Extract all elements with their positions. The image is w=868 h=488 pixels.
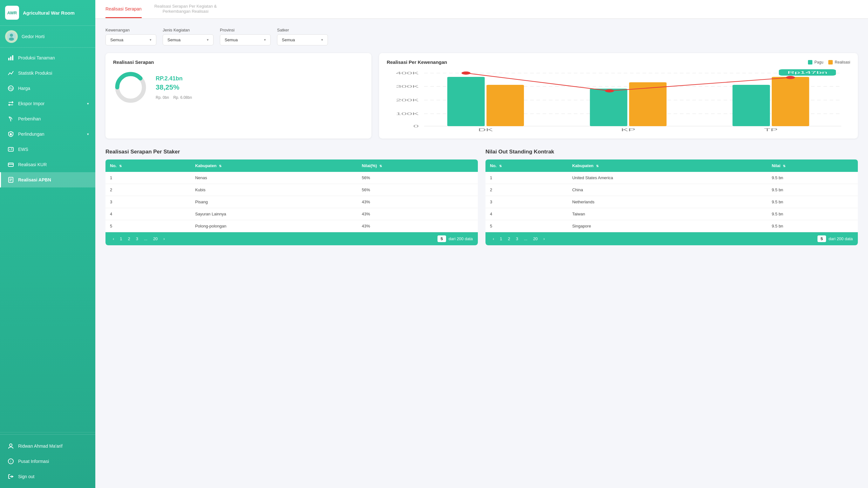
chevron-down-icon: ▾: [264, 38, 266, 42]
app-logo: AWR: [5, 6, 19, 20]
cell-kabupaten: Pisang: [191, 196, 358, 208]
table-row: 5 Singapore 9.5 bn: [486, 220, 858, 232]
filter-label-0: Kewenangan: [105, 28, 156, 32]
donut-labels: RP.2.41bn 38,25% Rp. 0bn Rp. 6.08bn: [156, 75, 192, 100]
sidebar-item-harga[interactable]: Rp Harga: [0, 81, 95, 96]
sidebar-item-label: EWS: [18, 147, 89, 152]
sidebar-item-ekspor[interactable]: Ekspor Impor ▾: [0, 96, 95, 111]
kontrak-col-kabupaten[interactable]: Kabupaten ⇅: [568, 159, 767, 172]
svg-text:0: 0: [413, 124, 419, 128]
price-icon: Rp: [7, 85, 14, 92]
cell-kabupaten: Kubis: [191, 184, 358, 196]
kontrak-prev-btn[interactable]: ‹: [491, 236, 496, 242]
chevron-down-icon: ▾: [207, 38, 209, 42]
sidebar-nav: Produksi Tanaman Statistik Produksi Rp H…: [0, 48, 95, 430]
svg-rect-36: [487, 85, 524, 126]
sidebar-item-info[interactable]: i Pusat Informasi: [0, 454, 95, 469]
tab-perkembangan[interactable]: Realisasi Serapan Per Kegiatan & Perkemb…: [154, 0, 217, 19]
sidebar-item-perlindungan[interactable]: Perlindungan ▾: [0, 126, 95, 142]
svg-rect-13: [8, 163, 13, 166]
donut-pct: 38,25%: [156, 83, 192, 92]
table-row: 1 Nenas 56%: [105, 172, 478, 184]
svg-text:i: i: [10, 459, 11, 463]
svg-rect-10: [8, 147, 13, 151]
apbn-icon: [7, 176, 14, 183]
user-icon: [7, 443, 14, 450]
cell-no: 3: [105, 196, 191, 208]
staker-pages[interactable]: ‹ 1 2 3 ... 20 ›: [111, 236, 167, 242]
table-row: 2 Kubis 56%: [105, 184, 478, 196]
svg-text:400K: 400K: [396, 71, 419, 75]
staker-col-kabupaten[interactable]: Kabupaten ⇅: [191, 159, 358, 172]
bar-chart-area: 400K 300K 200K 100K 0: [387, 69, 850, 132]
filter-value-3: Semua: [282, 37, 295, 42]
kontrak-next-btn[interactable]: ›: [541, 236, 547, 242]
sidebar-item-realisasi-kur[interactable]: Realisasi KUR: [0, 157, 95, 172]
svg-point-44: [462, 71, 470, 75]
svg-rect-5: [12, 55, 13, 60]
filter-select-1[interactable]: Semua ▾: [163, 34, 214, 45]
sidebar-item-label: Harga: [18, 86, 89, 91]
chevron-down-icon: ▾: [87, 132, 89, 136]
sidebar-item-label: Pusat Informasi: [18, 459, 89, 464]
staker-col-no[interactable]: No. ⇅: [105, 159, 191, 172]
sidebar-item-label: Realisasi APBN: [18, 177, 89, 182]
kontrak-title: Nilai Out Standing Kontrak: [486, 149, 858, 155]
table-row: 2 China 9.5 bn: [486, 184, 858, 196]
staker-page-size-value[interactable]: 5: [437, 236, 446, 242]
kontrak-pages[interactable]: ‹ 1 2 3 ... 20 ›: [491, 236, 547, 242]
sidebar-bottom: Ridwan Ahmad Ma'arif i Pusat Informasi S…: [0, 434, 95, 488]
svg-text:KP: KP: [621, 128, 636, 132]
sidebar-item-realisasi-apbn[interactable]: Realisasi APBN: [0, 172, 95, 187]
svg-rect-35: [447, 77, 485, 126]
staker-total: dari 200 data: [448, 236, 473, 241]
tab-realisasi-serapan[interactable]: Realisasi Serapan: [105, 1, 142, 18]
svg-point-19: [9, 444, 12, 447]
filter-group-2: Provinsi Semua ▾: [220, 28, 271, 45]
sidebar: AWR Agricultural War Room Gedor Horti Pr…: [0, 0, 95, 488]
signout-icon: [7, 473, 14, 480]
cell-no: 3: [486, 196, 568, 208]
realisasi-kewenangan-card: Realisasi Per Kewenangan Pagu Realisasi: [379, 53, 858, 139]
filter-select-3[interactable]: Semua ▾: [277, 34, 328, 45]
staker-pagination: ‹ 1 2 3 ... 20 › 5 dari 200 data: [105, 232, 478, 245]
kontrak-total: dari 200 data: [829, 236, 853, 241]
cell-nilai: 9.5 bn: [767, 208, 858, 220]
sidebar-item-ews[interactable]: EWS: [0, 142, 95, 157]
cell-no: 2: [486, 184, 568, 196]
sidebar-item-produksi[interactable]: Produksi Tanaman: [0, 50, 95, 65]
kontrak-table-wrapper: No. ⇅ Kabupaten ⇅ Nilai ⇅ 1 United State…: [486, 159, 858, 245]
avatar: [5, 30, 18, 43]
filter-select-0[interactable]: Semua ▾: [105, 34, 156, 45]
staker-col-nilai[interactable]: Nilai(%) ⇅: [358, 159, 478, 172]
svg-text:Rp: Rp: [9, 87, 13, 90]
cell-kabupaten: China: [568, 184, 767, 196]
sidebar-item-label: Ekspor Impor: [18, 101, 83, 106]
table-row: 5 Polong-polongan 43%: [105, 220, 478, 232]
kontrak-col-no[interactable]: No. ⇅: [486, 159, 568, 172]
kontrak-col-nilai[interactable]: Nilai ⇅: [767, 159, 858, 172]
sidebar-item-user-info[interactable]: Ridwan Ahmad Ma'arif: [0, 438, 95, 454]
next-page-btn[interactable]: ›: [161, 236, 167, 242]
sidebar-item-label: Produksi Tanaman: [18, 55, 89, 60]
filter-select-2[interactable]: Semua ▾: [220, 34, 271, 45]
svg-rect-3: [8, 58, 9, 60]
svg-rect-11: [9, 149, 10, 150]
kontrak-section: Nilai Out Standing Kontrak No. ⇅ Kabupat…: [486, 149, 858, 245]
sidebar-item-signout[interactable]: Sign out: [0, 469, 95, 484]
sidebar-item-label: Sign out: [18, 474, 89, 479]
chevron-down-icon: ▾: [87, 102, 89, 106]
sidebar-item-statistik[interactable]: Statistik Produksi: [0, 65, 95, 81]
kontrak-page-size-value[interactable]: 5: [817, 236, 826, 242]
kontrak-table: No. ⇅ Kabupaten ⇅ Nilai ⇅ 1 United State…: [486, 159, 858, 232]
cell-kabupaten: Singapore: [568, 220, 767, 232]
chart-legend: Pagu Realisasi: [808, 60, 850, 64]
svg-rect-4: [10, 57, 11, 60]
kontrak-page-size: 5 dari 200 data: [817, 236, 853, 242]
sidebar-item-perbenihan[interactable]: Perbenihan: [0, 111, 95, 126]
prev-page-btn[interactable]: ‹: [111, 236, 116, 242]
kur-icon: [7, 161, 14, 168]
svg-rect-9: [10, 133, 11, 134]
cell-no: 5: [486, 220, 568, 232]
staker-page-size: 5 dari 200 data: [437, 236, 473, 242]
